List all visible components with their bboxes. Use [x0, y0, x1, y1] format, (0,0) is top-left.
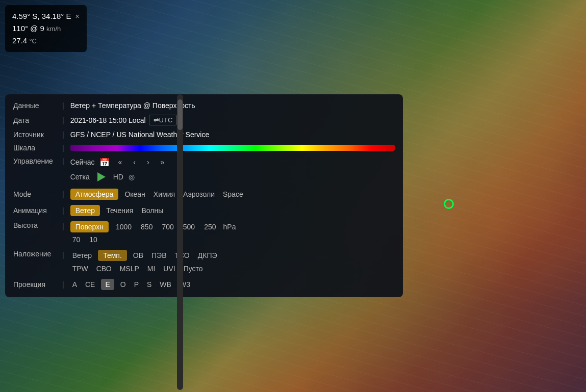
- mode-tab-group: АтмосфераОкеанХимияАэрозолиSpace: [70, 189, 245, 200]
- coords-row: 4.59° S, 34.18° E ×: [12, 10, 80, 22]
- height-row1: Поверхн1000850700500250hPa: [70, 221, 240, 232]
- height-label: Высота: [13, 221, 59, 229]
- proj-tab-s[interactable]: S: [145, 279, 154, 290]
- data-label: Данные: [13, 101, 59, 110]
- grid-label: Сетка: [70, 173, 90, 181]
- mode-tab-океан[interactable]: Океан: [122, 189, 147, 199]
- next-button[interactable]: ›: [144, 157, 152, 167]
- animation-label: Анимация: [13, 206, 59, 215]
- mode-tab-space[interactable]: Space: [221, 189, 245, 199]
- projection-row: Проекция | ACEEOPSWBW3: [13, 279, 395, 290]
- height-tab-700[interactable]: 700: [160, 222, 175, 232]
- overlay-tab-пэв[interactable]: ПЭВ: [149, 250, 168, 260]
- hpa-label: hPa: [223, 223, 236, 231]
- overlay-tab-ов[interactable]: ОВ: [131, 250, 145, 260]
- overlay-tab-tpw[interactable]: TPW: [70, 264, 90, 274]
- proj-tab-a[interactable]: A: [70, 279, 79, 290]
- date-row: Дата | 2021-06-18 15:00 Local ⇌UTC: [13, 115, 395, 125]
- scrollbar-thumb[interactable]: [177, 99, 183, 130]
- height-tab-500[interactable]: 500: [181, 222, 197, 232]
- data-row: Данные | Ветер + Температура @ Поверхнос…: [13, 101, 395, 110]
- coordinates: 4.59° S, 34.18° E: [12, 10, 71, 22]
- proj-tab-group: ACEEOPSWBW3: [70, 279, 192, 290]
- play-icon: [97, 172, 106, 181]
- projection-label: Проекция: [13, 280, 59, 289]
- height-tab-поверхн[interactable]: Поверхн: [70, 221, 109, 232]
- scrollbar[interactable]: [177, 94, 183, 390]
- proj-tab-wb[interactable]: WB: [158, 279, 173, 290]
- overlay-tab-group-1: ВетерТемп.ОВПЭВТСОДКПЭ: [70, 250, 219, 261]
- anim-tab-group: ВетерТеченияВолны: [70, 205, 166, 216]
- overlay-tab-дкпэ[interactable]: ДКПЭ: [196, 250, 219, 260]
- utc-button[interactable]: ⇌UTC: [149, 115, 177, 125]
- overlay-row: Наложение | ВетерТемп.ОВПЭВТСОДКПЭ TPWСВ…: [13, 250, 395, 274]
- height-tab-10[interactable]: 10: [87, 234, 99, 245]
- proj-tab-o[interactable]: O: [118, 279, 128, 290]
- play-button[interactable]: [95, 170, 108, 184]
- source-row: Источник | GFS / NCEP / US National Weat…: [13, 130, 395, 139]
- overlay-tab-group-2: TPWСВОMSLPMIUVIПусто: [70, 264, 219, 274]
- height-row: Высота | Поверхн1000850700500250hPa 7010: [13, 221, 395, 245]
- height-tab-850[interactable]: 850: [139, 222, 155, 232]
- now-button[interactable]: Сейчас: [70, 158, 95, 166]
- next-next-button[interactable]: »: [158, 157, 168, 167]
- close-button[interactable]: ×: [75, 11, 79, 22]
- control-panel: Данные | Ветер + Температура @ Поверхнос…: [5, 94, 403, 297]
- wind-value: 110° @ 9: [12, 24, 44, 33]
- anim-tab-течения[interactable]: Течения: [104, 205, 135, 216]
- height-tab-1000[interactable]: 1000: [114, 222, 134, 232]
- anim-tab-ветер[interactable]: Ветер: [70, 205, 100, 216]
- temp-unit: °C: [29, 37, 37, 45]
- animation-row: Анимация | ВетерТеченияВолны: [13, 205, 395, 216]
- map-marker: [444, 199, 454, 209]
- calendar-button[interactable]: 📅: [99, 158, 110, 167]
- data-value: Ветер + Температура @ Поверхность: [70, 101, 195, 110]
- proj-tab-ce[interactable]: CE: [83, 279, 97, 290]
- proj-tab-e[interactable]: E: [101, 279, 114, 290]
- scale-row: Шкала |: [13, 144, 395, 152]
- height-group: Поверхн1000850700500250hPa 7010: [70, 221, 240, 245]
- weather-popup: 4.59° S, 34.18° E × 110° @ 9 km/h 27.4 °…: [5, 5, 87, 52]
- prev-prev-button[interactable]: «: [115, 157, 125, 167]
- temp-row: 27.4 °C: [12, 35, 80, 47]
- height-tab-250[interactable]: 250: [202, 222, 218, 232]
- mode-row: Mode | АтмосфераОкеанХимияАэрозолиSpace: [13, 189, 395, 200]
- overlay-tab-uvi[interactable]: UVI: [161, 264, 177, 274]
- overlay-label: Наложение: [13, 250, 59, 258]
- wind-row: 110° @ 9 km/h: [12, 22, 80, 35]
- anim-tab-волны[interactable]: Волны: [139, 205, 165, 216]
- date-value: 2021-06-18 15:00 Local: [70, 116, 146, 124]
- overlay-tab-пусто[interactable]: Пусто: [182, 264, 205, 274]
- overlay-tab-mi[interactable]: MI: [145, 264, 158, 274]
- scale-label: Шкала: [13, 144, 59, 152]
- height-row2: 7010: [70, 234, 240, 245]
- overlay-tab-сво[interactable]: СВО: [94, 264, 114, 274]
- mode-tab-аэрозоли[interactable]: Аэрозоли: [181, 189, 217, 199]
- overlay-tab-темп.[interactable]: Темп.: [98, 250, 127, 261]
- control-label: Управление: [13, 157, 59, 165]
- temp-value: 27.4: [12, 36, 27, 45]
- wind-unit: km/h: [46, 25, 61, 33]
- color-scale-bar: [70, 145, 395, 151]
- mode-tab-атмосфера[interactable]: Атмосфера: [70, 189, 119, 200]
- control-row: Управление | Сейчас 📅 « ‹ › » Сетка HD ◎: [13, 157, 395, 184]
- date-label: Дата: [13, 116, 59, 124]
- source-label: Источник: [13, 130, 59, 139]
- location-icon[interactable]: ◎: [129, 173, 135, 181]
- mode-tab-химия[interactable]: Химия: [151, 189, 177, 199]
- mode-label: Mode: [13, 190, 59, 198]
- overlay-tab-ветер[interactable]: Ветер: [70, 250, 94, 260]
- source-value: GFS / NCEP / US National Weather Service: [70, 130, 210, 139]
- height-tab-70[interactable]: 70: [70, 234, 83, 245]
- overlay-tab-mslp[interactable]: MSLP: [118, 264, 141, 274]
- proj-tab-p[interactable]: P: [132, 279, 141, 290]
- hd-label: HD: [113, 173, 123, 181]
- prev-button[interactable]: ‹: [130, 157, 139, 167]
